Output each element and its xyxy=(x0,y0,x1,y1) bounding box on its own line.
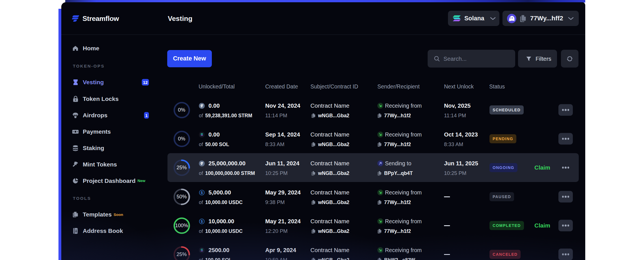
svg-text:$: $ xyxy=(201,190,203,194)
svg-text:$: $ xyxy=(201,219,203,223)
